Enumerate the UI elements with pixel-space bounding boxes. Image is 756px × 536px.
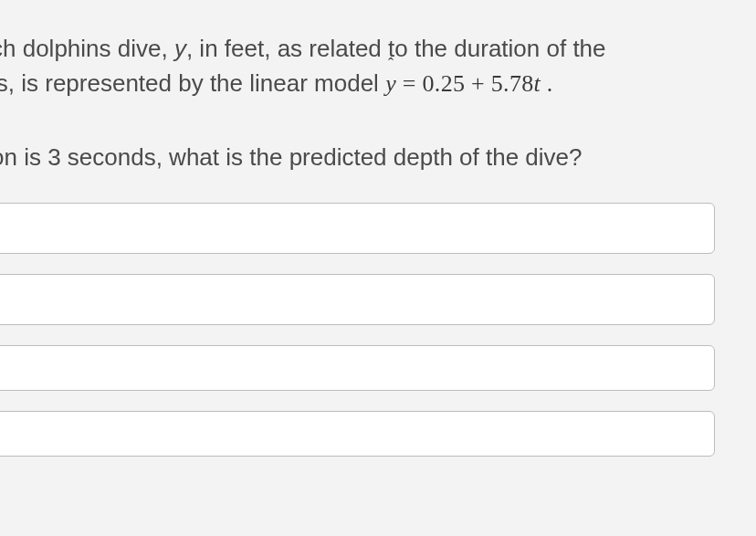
formula-body: = 0.25 + 5.78 xyxy=(396,70,534,97)
text-fragment: ch dolphins dive, xyxy=(0,35,174,62)
formula-t: t xyxy=(534,70,541,97)
answer-option-4[interactable] xyxy=(0,411,715,457)
paragraph-line-1: ch dolphins dive, y, in feet, as related… xyxy=(0,32,756,67)
context-paragraph: ch dolphins dive, y, in feet, as related… xyxy=(0,32,756,100)
answer-option-1[interactable] xyxy=(0,203,715,254)
paragraph-line-2: ls, is represented by the linear model ˆ… xyxy=(0,67,756,101)
question-text: on is 3 seconds, what is the predicted d… xyxy=(0,141,756,175)
formula-period: . xyxy=(541,70,553,97)
answer-option-3[interactable] xyxy=(0,345,715,391)
question-block: ch dolphins dive, y, in feet, as related… xyxy=(0,0,756,457)
formula-y-hat: y xyxy=(385,70,396,97)
linear-model-formula: ˆy = 0.25 + 5.78t . xyxy=(385,70,553,97)
text-fragment: ls, is represented by the linear model xyxy=(0,69,385,97)
text-fragment: , in feet, as related to the duration of… xyxy=(186,35,606,62)
answer-option-2[interactable] xyxy=(0,274,715,325)
variable-y: y xyxy=(174,35,186,62)
answer-options xyxy=(0,203,756,457)
